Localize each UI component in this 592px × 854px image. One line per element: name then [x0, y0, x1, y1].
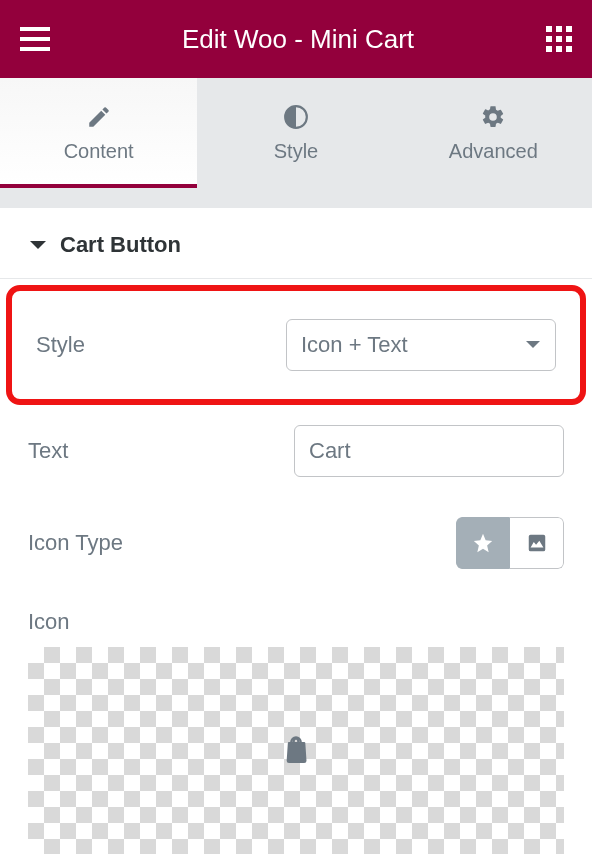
icon-type-image[interactable] — [510, 517, 564, 569]
apps-icon[interactable] — [546, 26, 572, 52]
text-control-row: Text — [0, 405, 592, 497]
gear-icon — [480, 104, 506, 130]
chevron-down-icon — [30, 239, 46, 251]
svg-rect-8 — [566, 36, 572, 42]
icon-type-toggle — [456, 517, 564, 569]
panel-header: Edit Woo - Mini Cart — [0, 0, 592, 78]
svg-rect-5 — [566, 26, 572, 32]
text-input[interactable] — [294, 425, 564, 477]
svg-rect-9 — [546, 46, 552, 52]
caret-down-icon — [525, 339, 541, 351]
tab-style[interactable]: Style — [197, 78, 394, 188]
icon-row: Icon — [0, 589, 592, 635]
svg-rect-6 — [546, 36, 552, 42]
icon-preview[interactable] — [28, 647, 564, 854]
pencil-icon — [86, 104, 112, 130]
icon-type-label: Icon Type — [28, 530, 456, 556]
svg-rect-2 — [20, 47, 50, 51]
tab-advanced[interactable]: Advanced — [395, 78, 592, 188]
svg-rect-0 — [20, 27, 50, 31]
style-label: Style — [36, 332, 286, 358]
section-title: Cart Button — [60, 232, 181, 258]
tab-label: Advanced — [449, 140, 538, 163]
svg-rect-7 — [556, 36, 562, 42]
highlighted-style-control: Style Icon + Text — [6, 285, 586, 405]
svg-rect-11 — [566, 46, 572, 52]
shopping-bag-icon — [282, 735, 310, 767]
icon-label: Icon — [28, 609, 564, 635]
tab-label: Style — [274, 140, 318, 163]
half-circle-icon — [283, 104, 309, 130]
svg-rect-3 — [546, 26, 552, 32]
icon-type-row: Icon Type — [0, 497, 592, 589]
style-select[interactable]: Icon + Text — [286, 319, 556, 371]
tab-label: Content — [64, 140, 134, 163]
style-select-value: Icon + Text — [301, 332, 408, 358]
section-cart-button[interactable]: Cart Button — [0, 208, 592, 279]
text-label: Text — [28, 438, 294, 464]
svg-rect-4 — [556, 26, 562, 32]
svg-rect-10 — [556, 46, 562, 52]
panel-title: Edit Woo - Mini Cart — [50, 24, 546, 55]
panel-tabs: Content Style Advanced — [0, 78, 592, 188]
menu-icon[interactable] — [20, 27, 50, 51]
svg-rect-1 — [20, 37, 50, 41]
icon-type-star[interactable] — [456, 517, 510, 569]
tab-content[interactable]: Content — [0, 78, 197, 188]
